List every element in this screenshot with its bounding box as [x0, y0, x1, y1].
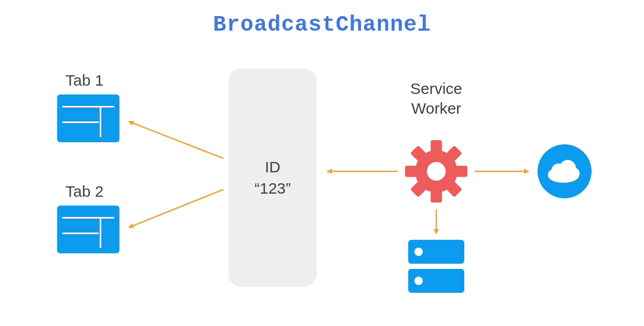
diagram-title: BroadcastChannel — [0, 12, 644, 37]
svg-rect-5 — [62, 217, 114, 219]
browser-tab-icon — [57, 206, 119, 253]
svg-point-22 — [568, 168, 580, 179]
svg-rect-7 — [100, 219, 101, 248]
service-worker-label: Service Worker — [384, 79, 488, 118]
svg-rect-2 — [62, 121, 99, 123]
channel-id: ID “123” — [254, 157, 291, 199]
svg-rect-6 — [62, 233, 99, 234]
svg-rect-3 — [100, 107, 101, 137]
svg-point-17 — [427, 162, 446, 181]
gear-icon — [405, 140, 467, 202]
storage-icon — [408, 240, 464, 293]
svg-rect-1 — [62, 106, 114, 107]
tab-1-label: Tab 1 — [65, 72, 103, 89]
cloud-icon — [538, 144, 592, 198]
arrow-channel-to-tab2 — [129, 189, 223, 227]
service-worker-label-line1: Service — [410, 80, 462, 97]
channel-id-value: “123” — [254, 179, 291, 196]
arrow-channel-to-tab1 — [129, 121, 223, 158]
tab-2-label: Tab 2 — [65, 183, 103, 200]
browser-tab-icon — [57, 94, 119, 142]
svg-point-27 — [414, 277, 423, 285]
svg-point-23 — [548, 169, 558, 180]
svg-rect-0 — [57, 94, 119, 142]
svg-rect-4 — [57, 206, 119, 253]
broadcast-channel: ID “123” — [229, 69, 317, 287]
svg-point-25 — [414, 248, 423, 256]
diagram-stage: BroadcastChannel Tab 1 Tab 2 ID “123” Se… — [0, 0, 644, 326]
channel-id-label: ID — [265, 158, 280, 175]
service-worker-label-line2: Worker — [411, 100, 461, 117]
